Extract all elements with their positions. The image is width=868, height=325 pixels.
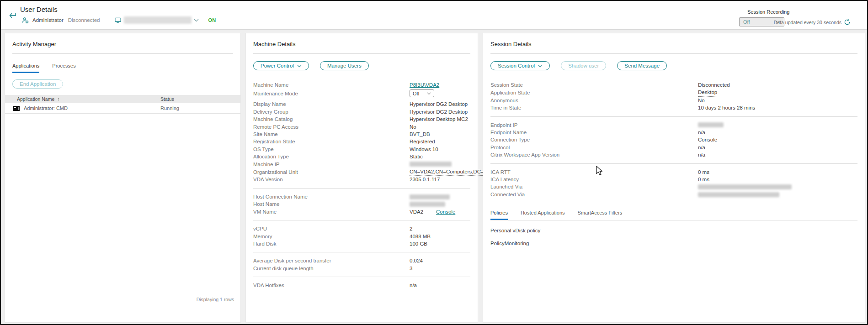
session-control-button[interactable]: Session Control bbox=[490, 61, 550, 70]
power-control-button[interactable]: Power Control bbox=[253, 61, 309, 70]
field-value: n/a bbox=[698, 144, 705, 151]
field-value: 2 bbox=[410, 225, 412, 232]
field-label: Hard Disk bbox=[253, 240, 410, 247]
tab-smartaccess-filters[interactable]: SmartAccess Filters bbox=[578, 210, 623, 220]
session-details-title: Session Details bbox=[490, 41, 857, 47]
field-label: Current disk queue length bbox=[253, 265, 410, 272]
back-arrow-icon[interactable] bbox=[7, 10, 17, 21]
chevron-down-icon bbox=[194, 19, 199, 22]
page-header: User Details Administrator Disconnected … bbox=[1, 1, 867, 30]
tab-hosted-applications[interactable]: Hosted Applications bbox=[521, 210, 565, 220]
field-label: Memory bbox=[253, 233, 410, 240]
end-application-button[interactable]: End Application bbox=[12, 79, 63, 89]
field-value: Disconnected bbox=[698, 81, 730, 89]
tab-policies[interactable]: Policies bbox=[490, 210, 508, 220]
field-label: Session State bbox=[490, 81, 698, 89]
machine-selector-dropdown[interactable] bbox=[114, 16, 199, 24]
refresh-note: Data updated every 30 seconds bbox=[774, 20, 841, 25]
console-link[interactable]: Console bbox=[436, 208, 455, 215]
chevron-down-icon bbox=[538, 65, 543, 68]
session-recording-label: Session Recording bbox=[747, 9, 789, 15]
field-label: ICA Latency bbox=[490, 176, 698, 183]
redacted-endpoint-ip bbox=[698, 122, 724, 127]
monitor-icon bbox=[114, 17, 122, 24]
field-value: 0.024 bbox=[410, 257, 423, 264]
field-label: ICA RTT bbox=[490, 168, 698, 176]
machine-name-link[interactable]: P8I3U\VDA2 bbox=[410, 81, 439, 89]
field-value: Registered bbox=[410, 138, 435, 145]
field-label: Protocol bbox=[490, 144, 698, 151]
machine-details-title: Machine Details bbox=[253, 41, 470, 47]
refresh-icon[interactable] bbox=[844, 19, 851, 26]
field-label: OS Type bbox=[253, 146, 410, 153]
row-count-footer: Displaying 1 rows bbox=[197, 297, 234, 302]
field-value: 3 bbox=[410, 265, 412, 272]
field-label: Launched Via bbox=[490, 183, 698, 190]
user-details-page: User Details Administrator Disconnected … bbox=[0, 0, 868, 325]
session-recording-value: Off bbox=[743, 19, 750, 25]
session-details-panel: Session Details Session Control Shadow u… bbox=[483, 33, 865, 323]
policy-list-item: Personal vDisk policy bbox=[490, 228, 857, 233]
divider bbox=[253, 188, 470, 189]
policy-list-item: PolicyMonitoring bbox=[490, 241, 857, 246]
field-value: Hypervisor DG2 Desktop bbox=[410, 108, 468, 115]
user-name: Administrator bbox=[32, 17, 64, 23]
field-label: Connected Via bbox=[490, 191, 698, 198]
divider bbox=[490, 53, 857, 54]
shadow-user-button[interactable]: Shadow user bbox=[561, 61, 606, 70]
session-detail-tabs: Policies Hosted Applications SmartAccess… bbox=[490, 210, 857, 220]
field-value: 2305.0.1.117 bbox=[410, 176, 440, 183]
activity-tabs: Applications Processes bbox=[12, 63, 233, 73]
chevron-down-icon bbox=[297, 65, 302, 68]
divider bbox=[490, 116, 857, 117]
user-gear-icon bbox=[22, 17, 29, 24]
column-status[interactable]: Status bbox=[160, 96, 174, 102]
field-label: Anonymous bbox=[490, 97, 698, 104]
field-value: Console bbox=[698, 136, 717, 143]
divider bbox=[253, 252, 470, 252]
application-state-value[interactable]: Desktop bbox=[698, 89, 717, 96]
activity-manager-panel: Activity Manager Applications Processes … bbox=[5, 33, 241, 323]
field-value: 0 ms bbox=[698, 168, 709, 176]
application-status-cell: Running bbox=[160, 105, 179, 111]
field-value: n/a bbox=[410, 282, 417, 289]
application-name-cell: Administrator: CMD bbox=[24, 105, 68, 111]
header-subrow: Administrator Disconnected ON bbox=[22, 16, 216, 24]
sort-ascending-icon[interactable]: ↑ bbox=[57, 96, 60, 102]
applications-table-header: Application Name ↑ Status bbox=[5, 95, 240, 103]
table-row[interactable]: Administrator: CMD Running bbox=[5, 103, 240, 114]
tab-applications[interactable]: Applications bbox=[12, 63, 39, 73]
field-value: n/a bbox=[698, 151, 705, 158]
divider bbox=[253, 53, 470, 54]
field-label: Delivery Group bbox=[253, 108, 410, 115]
field-label: VDA Hotfixes bbox=[253, 282, 410, 289]
divider bbox=[253, 220, 470, 220]
power-state-badge: ON bbox=[208, 17, 216, 23]
field-label: Host Connection Name bbox=[253, 193, 410, 200]
maintenance-mode-select[interactable]: Off bbox=[410, 89, 434, 97]
field-label: vCPU bbox=[253, 225, 410, 232]
activity-manager-title: Activity Manager bbox=[12, 41, 233, 47]
manage-users-button[interactable]: Manage Users bbox=[320, 61, 369, 70]
field-label: Connection Type bbox=[490, 136, 698, 143]
user-session-status: Disconnected bbox=[68, 17, 100, 23]
column-application-name[interactable]: Application Name ↑ bbox=[17, 96, 160, 102]
divider bbox=[253, 277, 470, 277]
field-label: Citrix Workspace App Version bbox=[490, 151, 698, 158]
field-label: Time in State bbox=[490, 104, 698, 111]
send-message-button[interactable]: Send Message bbox=[617, 61, 667, 70]
field-label: Remote PC Access bbox=[253, 123, 410, 131]
field-label: Endpoint IP bbox=[490, 121, 698, 129]
field-value: Hypervisor Desktop MC2 bbox=[410, 115, 468, 123]
redacted-host-connection-name bbox=[410, 194, 450, 199]
divider bbox=[490, 163, 857, 164]
field-label: Organizational Unit bbox=[253, 168, 410, 176]
field-label: Machine IP bbox=[253, 161, 410, 168]
tab-processes[interactable]: Processes bbox=[52, 63, 75, 73]
field-label: Maintenance Mode bbox=[253, 90, 410, 97]
field-value: Hypervisor DG2 Desktop bbox=[410, 100, 468, 108]
field-label: Endpoint Name bbox=[490, 129, 698, 136]
field-label: Application State bbox=[490, 89, 698, 96]
redacted-machine-name bbox=[124, 16, 192, 24]
field-label: Site Name bbox=[253, 131, 410, 138]
